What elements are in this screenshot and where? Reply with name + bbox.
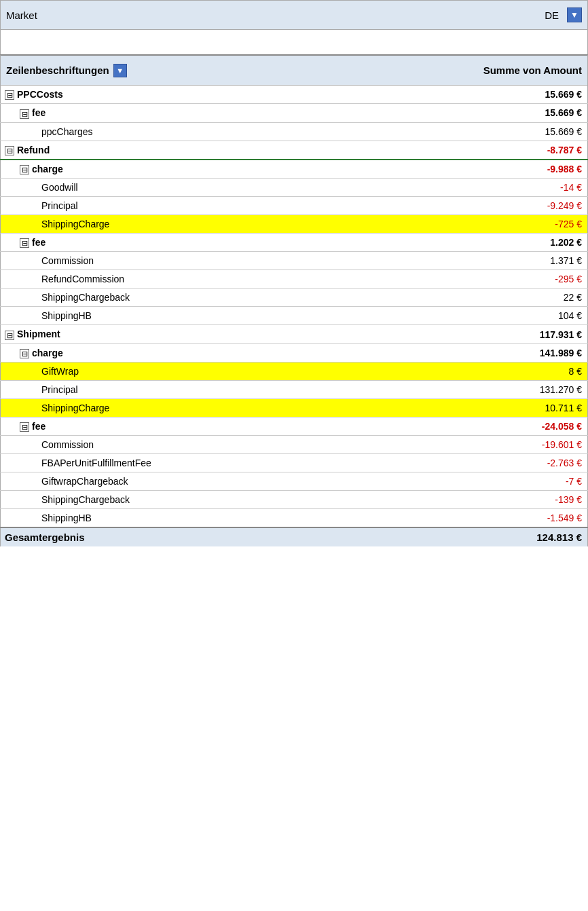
row-label-shipment_fee: ⊟fee (1, 417, 479, 436)
row-amount-shipping_chargeback1: 22 € (479, 289, 588, 307)
label-text: PPCCosts (17, 89, 63, 100)
collapse-icon[interactable]: ⊟ (5, 331, 14, 340)
row-amount-ppc_fee: 15.669 € (479, 104, 588, 122)
label-text: ShippingChargeback (41, 292, 130, 303)
table-row: Commission-19.601 € (1, 436, 588, 454)
collapse-icon[interactable]: ⊟ (20, 109, 29, 119)
row-label-principal1: Principal (1, 197, 479, 215)
row-label-commission2: Commission (1, 436, 479, 454)
row-label-shipment: ⊟Shipment (1, 325, 479, 343)
table-row: ShippingChargeback-139 € (1, 491, 588, 509)
label-text: charge (32, 164, 63, 174)
label-text: FBAPerUnitFulfillmentFee (41, 458, 151, 468)
collapse-icon[interactable]: ⊟ (5, 146, 14, 155)
row-amount-shipping_charge1: -725 € (479, 215, 588, 234)
row-label-filter-button[interactable]: ▼ (113, 64, 127, 77)
row-amount-giftwrap: 8 € (479, 362, 588, 381)
row-amount-refund_charge: -9.988 € (479, 160, 588, 179)
label-text: GiftWrap (41, 366, 79, 377)
table-row: Principal131.270 € (1, 381, 588, 399)
table-row: ShippingHB-1.549 € (1, 509, 588, 528)
row-amount-giftwrap_chargeback: -7 € (479, 472, 588, 491)
market-dropdown-button[interactable]: ▼ (567, 7, 582, 22)
row-label-shipping_charge2: ShippingCharge (1, 399, 479, 417)
row-amount-refund_fee: 1.202 € (479, 234, 588, 252)
row-label-ppc_fee: ⊟fee (1, 104, 479, 122)
table-row: ⊟fee-24.058 € (1, 417, 588, 436)
total-row: Gesamtergebnis 124.813 € (1, 527, 588, 546)
row-label-refund: ⊟Refund (1, 141, 479, 160)
row-amount-fba_fee: -2.763 € (479, 454, 588, 472)
label-text: ppcCharges (41, 126, 93, 137)
collapse-icon[interactable]: ⊟ (20, 165, 29, 174)
collapse-icon[interactable]: ⊟ (20, 349, 29, 358)
label-text: Principal (41, 200, 78, 211)
table-row: Commission1.371 € (1, 252, 588, 270)
row-label-shipping_charge1: ShippingCharge (1, 215, 479, 234)
table-row: ⊟charge141.989 € (1, 343, 588, 362)
table-row: ⊟fee15.669 € (1, 104, 588, 122)
row-label-header: Zeilenbeschriftungen ▼ (6, 64, 473, 77)
data-table: ⊟PPCCosts15.669 €⊟fee15.669 €ppcCharges1… (0, 86, 588, 546)
market-value: DE (545, 10, 559, 21)
row-label-refund_commission: RefundCommission (1, 270, 479, 289)
total-label: Gesamtergebnis (1, 527, 479, 546)
label-text: Refund (17, 145, 50, 155)
table-row: ⊟Shipment117.931 € (1, 325, 588, 343)
column-header-row: Zeilenbeschriftungen ▼ Summe von Amount (0, 54, 588, 86)
label-text: ShippingChargeback (41, 494, 130, 505)
row-label-shipping_chargeback2: ShippingChargeback (1, 491, 479, 509)
row-label-giftwrap: GiftWrap (1, 362, 479, 381)
table-row: ⊟PPCCosts15.669 € (1, 86, 588, 104)
label-text: ShippingHB (41, 310, 92, 321)
table-row: ⊟fee1.202 € (1, 234, 588, 252)
row-label-ppc_costs: ⊟PPCCosts (1, 86, 479, 104)
table-row: ⊟charge-9.988 € (1, 160, 588, 179)
label-text: GiftwrapChargeback (41, 476, 128, 487)
row-amount-shipping_chargeback2: -139 € (479, 491, 588, 509)
row-amount-shipment_fee: -24.058 € (479, 417, 588, 436)
pivot-table: Market DE ▼ Zeilenbeschriftungen ▼ Summe… (0, 0, 588, 546)
table-row: ShippingChargeback22 € (1, 289, 588, 307)
label-text: charge (32, 348, 63, 358)
table-row: Goodwill-14 € (1, 179, 588, 197)
label-text: Goodwill (41, 182, 78, 193)
table-row: ShippingCharge-725 € (1, 215, 588, 234)
collapse-icon[interactable]: ⊟ (20, 238, 29, 248)
row-label-principal2: Principal (1, 381, 479, 399)
table-row: ⊟Refund-8.787 € (1, 141, 588, 160)
market-filter-row: Market DE ▼ (0, 0, 588, 30)
label-text: Shipment (17, 329, 60, 339)
label-text: ShippingCharge (41, 403, 109, 413)
collapse-icon[interactable]: ⊟ (5, 90, 14, 100)
table-row: ppcCharges15.669 € (1, 122, 588, 141)
row-amount-shipping_hb1: 104 € (479, 307, 588, 325)
row-amount-goodwill: -14 € (479, 179, 588, 197)
row-amount-principal1: -9.249 € (479, 197, 588, 215)
spacer (0, 30, 588, 54)
total-amount: 124.813 € (479, 527, 588, 546)
label-text: RefundCommission (41, 274, 124, 284)
row-amount-ppc_charges: 15.669 € (479, 122, 588, 141)
row-amount-shipment_charge: 141.989 € (479, 343, 588, 362)
label-text: Commission (41, 255, 94, 266)
table-row: FBAPerUnitFulfillmentFee-2.763 € (1, 454, 588, 472)
row-label-shipping_hb1: ShippingHB (1, 307, 479, 325)
label-text: ShippingHB (41, 513, 92, 523)
collapse-icon[interactable]: ⊟ (20, 422, 29, 432)
row-amount-shipping_charge2: 10.711 € (479, 399, 588, 417)
row-amount-commission1: 1.371 € (479, 252, 588, 270)
row-label-shipping_hb2: ShippingHB (1, 509, 479, 528)
row-amount-refund_commission: -295 € (479, 270, 588, 289)
row-amount-commission2: -19.601 € (479, 436, 588, 454)
label-text: Principal (41, 384, 78, 395)
row-label-fba_fee: FBAPerUnitFulfillmentFee (1, 454, 479, 472)
row-amount-shipping_hb2: -1.549 € (479, 509, 588, 528)
row-label-shipment_charge: ⊟charge (1, 343, 479, 362)
label-text: fee (32, 237, 45, 248)
row-label-goodwill: Goodwill (1, 179, 479, 197)
row-amount-ppc_costs: 15.669 € (479, 86, 588, 104)
amount-header: Summe von Amount (473, 64, 582, 76)
row-label-giftwrap_chargeback: GiftwrapChargeback (1, 472, 479, 491)
row-amount-refund: -8.787 € (479, 141, 588, 160)
